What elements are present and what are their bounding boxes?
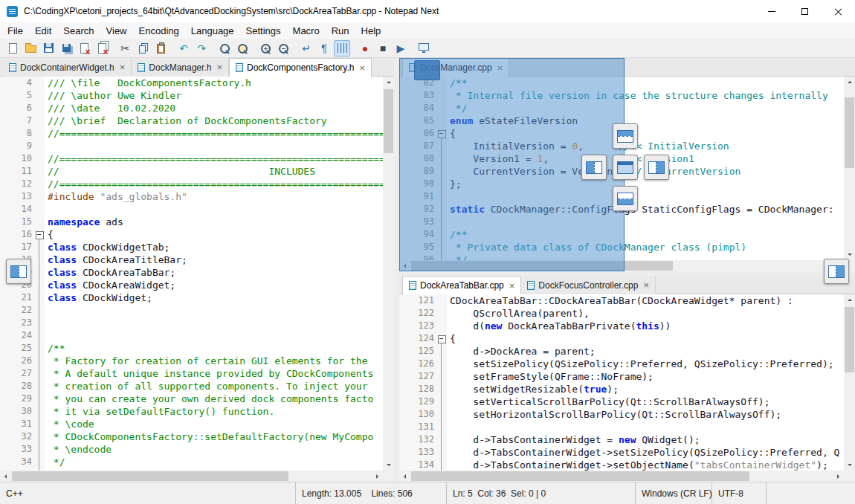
dock-edge-left-icon	[10, 265, 27, 278]
code-line: //======================================…	[48, 178, 383, 190]
tab-close-icon[interactable]: ×	[120, 62, 126, 72]
editor-dockareatabbar[interactable]: 1211221231241251261271281291301311321331…	[399, 294, 844, 471]
file-icon	[138, 63, 145, 72]
code-line: * creation of all supported components. …	[48, 380, 383, 392]
zoom-in-button[interactable]	[257, 40, 274, 56]
scroll-down-arrow[interactable]	[844, 459, 855, 471]
copy-icon	[139, 45, 146, 54]
menu-run[interactable]: Run	[326, 22, 355, 39]
drop-indicator-bottom[interactable]	[613, 186, 638, 211]
menu-file[interactable]: File	[1, 22, 29, 39]
editor-inspector-icon	[419, 43, 429, 51]
cut-button[interactable]: ✂	[117, 40, 133, 56]
scroll-thumb[interactable]	[411, 471, 749, 481]
vertical-splitter[interactable]	[394, 58, 399, 482]
drop-indicator-center[interactable]	[613, 155, 638, 180]
undo-icon: ↶	[179, 43, 188, 54]
menu-macro[interactable]: Macro	[287, 22, 326, 39]
macro-record-button[interactable]: ●	[357, 40, 373, 56]
scroll-thumb[interactable]	[12, 471, 288, 481]
tab-DockAreaTabBar.cpp[interactable]: DockAreaTabBar.cpp×	[402, 276, 521, 294]
menu-edit[interactable]: Edit	[29, 22, 57, 39]
tab-close-icon[interactable]: ×	[509, 281, 515, 291]
minimize-button[interactable]	[755, 0, 788, 22]
find-button[interactable]	[216, 40, 233, 56]
tab-DockFocusController.cpp[interactable]: DockFocusController.cpp×	[521, 276, 656, 294]
line-number: 121	[399, 294, 447, 307]
drop-indicator-left[interactable]	[581, 155, 607, 180]
redo-button[interactable]: ↷	[193, 40, 210, 56]
bottom-right-editor-hscrollbar[interactable]	[399, 471, 844, 482]
editor-inspector-button[interactable]	[416, 40, 432, 56]
line-number: 14	[0, 203, 45, 216]
line-number: 25	[0, 342, 45, 355]
close-button[interactable]	[822, 0, 855, 22]
word-wrap-icon: ↵	[302, 43, 311, 54]
minimize-icon	[768, 11, 775, 12]
maximize-button[interactable]	[788, 0, 822, 22]
save-copy-button[interactable]	[58, 40, 74, 56]
save-button[interactable]	[40, 40, 57, 56]
tab-DockComponentsFactory.h[interactable]: DockComponentsFactory.h×	[229, 58, 372, 77]
scroll-right-arrow[interactable]	[372, 471, 383, 482]
code-line: setWidgetResizable(true);	[450, 383, 844, 395]
bottom-right-editor-vscrollbar[interactable]	[844, 294, 855, 471]
tab-DockManager.h[interactable]: DockManager.h×	[132, 58, 229, 77]
close-file-button[interactable]	[76, 40, 92, 56]
code-area[interactable]: /// \file DockComponentsFactory.h/// \au…	[45, 77, 383, 471]
tab-label: DockComponentsFactory.h	[247, 62, 355, 73]
left-editor-hscrollbar[interactable]	[0, 471, 383, 482]
scroll-up-arrow[interactable]	[383, 77, 394, 88]
menu-search[interactable]: Search	[57, 22, 100, 39]
menu-language[interactable]: Language	[185, 22, 240, 39]
code-line: * \code	[48, 418, 383, 430]
code-area[interactable]: CDockAreaTabBar::CDockAreaTabBar(CDockAr…	[447, 294, 844, 471]
scroll-up-arrow[interactable]	[844, 77, 855, 88]
word-wrap-button[interactable]: ↵	[298, 40, 314, 56]
indent-guide-button[interactable]	[334, 40, 350, 56]
menu-settings[interactable]: Settings	[240, 22, 287, 39]
paste-button[interactable]	[152, 40, 169, 56]
new-file-button[interactable]	[4, 40, 21, 56]
tab-close-icon[interactable]: ×	[216, 62, 222, 72]
editor-dockcomponentsfactory[interactable]: 4567891011121314151617181920212223242526…	[0, 77, 383, 471]
scroll-thumb[interactable]	[384, 89, 393, 153]
close-file-icon	[80, 43, 88, 54]
drop-indicator-top[interactable]	[613, 123, 638, 149]
drop-indicator-edge-right[interactable]	[824, 259, 849, 284]
open-file-icon	[25, 45, 36, 53]
close-all-button[interactable]	[94, 40, 110, 56]
tab-close-icon[interactable]: ×	[643, 280, 649, 290]
show-symbols-button[interactable]: ¶	[316, 40, 332, 56]
top-right-editor-vscrollbar[interactable]	[844, 77, 855, 260]
fold-marker-icon[interactable]	[436, 332, 447, 345]
zoom-out-button[interactable]	[275, 40, 291, 56]
code-line: class CDockWidgetTab;	[48, 241, 383, 253]
macro-play-button[interactable]: ▶	[393, 40, 409, 56]
scroll-left-arrow[interactable]	[0, 471, 11, 482]
copy-button[interactable]	[135, 40, 151, 56]
scroll-right-arrow[interactable]	[833, 471, 844, 482]
menu-view[interactable]: View	[100, 22, 133, 39]
open-file-button[interactable]	[22, 40, 39, 56]
scroll-down-arrow[interactable]	[383, 459, 394, 471]
code-line: setHorizontalScrollBarPolicy(Qt::ScrollB…	[450, 408, 844, 421]
scroll-up-arrow[interactable]	[844, 294, 855, 306]
scroll-thumb[interactable]	[845, 307, 854, 372]
code-line: * it via setDefaultFactory() function.	[48, 405, 383, 418]
replace-button[interactable]	[234, 40, 251, 56]
line-number: 9	[0, 140, 45, 152]
scroll-left-arrow[interactable]	[399, 471, 410, 482]
undo-button[interactable]: ↶	[175, 40, 192, 56]
fold-marker-icon[interactable]	[34, 228, 45, 241]
drop-indicator-right[interactable]	[644, 155, 669, 180]
menu-help[interactable]: Help	[355, 22, 387, 39]
menu-encoding[interactable]: Encoding	[133, 22, 185, 39]
tab-close-icon[interactable]: ×	[359, 63, 365, 73]
tab-DockContainerWidget.h[interactable]: DockContainerWidget.h×	[3, 58, 132, 77]
line-number: 17	[0, 241, 45, 253]
drop-indicator-edge-left[interactable]	[6, 259, 31, 284]
left-editor-vscrollbar[interactable]	[383, 77, 394, 471]
macro-stop-button[interactable]: ■	[375, 40, 391, 56]
scroll-thumb[interactable]	[845, 97, 854, 168]
